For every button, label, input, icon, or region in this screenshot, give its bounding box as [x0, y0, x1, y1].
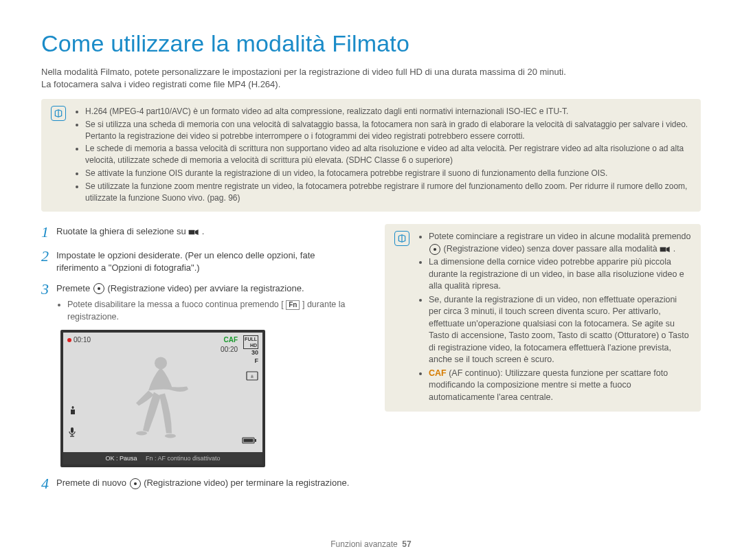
battery-icon	[242, 436, 257, 448]
note2-list: Potete cominciare a registrare un video …	[416, 231, 691, 405]
lcd-bottom-bar: OK : Pausa Fn : AF continuo disattivato	[63, 452, 262, 465]
note1-item: Se utilizzate la funzione zoom mentre re…	[85, 181, 691, 204]
note1-item: Se attivate la funzione OIS durante la r…	[85, 168, 691, 179]
lcd-screenshot: 00:10 CAF 00:20 FULLHD 30F	[60, 330, 265, 467]
fullhd-icon: FULLHD	[243, 335, 258, 349]
record-button-icon	[429, 244, 440, 255]
step-1-text: Ruotate la ghiera di selezione su .	[56, 224, 357, 240]
lcd-time-remain: 00:20	[221, 345, 238, 355]
intro-block: Nella modalità Filmato, potete personali…	[41, 66, 701, 91]
note1-list: H.264 (MPEG-4 part10/AVC) è un formato v…	[73, 106, 691, 205]
svg-rect-9	[255, 439, 256, 442]
fps-icon: 30F	[243, 349, 258, 365]
tips-column: Potete cominciare a registrare un video …	[385, 224, 701, 499]
stabilizer-icon	[67, 405, 78, 420]
note2-item: CAF (AF continuo): Utilizzare questa fun…	[429, 368, 691, 404]
note-box-2: Potete cominciare a registrare un video …	[385, 224, 701, 412]
svg-rect-2	[71, 427, 74, 433]
lcd-caf-indicator: CAF	[221, 335, 238, 345]
videocamera-icon	[660, 245, 671, 254]
videocamera-icon	[188, 227, 199, 237]
exposure-icon: ±	[246, 371, 258, 384]
step-number: 4	[41, 475, 56, 492]
step-4-text: Premete di nuovo (Registrazione video) p…	[56, 475, 357, 492]
lcd-right-icons: FULLHD 30F	[243, 335, 258, 366]
note1-item: Se si utilizza una scheda di memoria con…	[85, 119, 691, 142]
note2-item: La dimensione della cornice video potreb…	[429, 256, 691, 293]
svg-point-12	[165, 434, 176, 438]
page-footer: Funzioni avanzate 57	[0, 539, 742, 550]
note-icon	[394, 231, 409, 246]
svg-marker-1	[195, 229, 199, 235]
lcd-time-elapsed: 00:10	[67, 335, 91, 345]
page-title: Come utilizzare la modalità Filmato	[41, 27, 701, 60]
intro-line-1: Nella modalità Filmato, potete personali…	[41, 66, 701, 78]
svg-text:±: ±	[251, 373, 254, 379]
caf-label: CAF	[429, 368, 447, 378]
svg-rect-13	[660, 247, 666, 251]
note1-item: H.264 (MPEG-4 part10/AVC) è un formato v…	[85, 106, 691, 117]
note2-item: Se, durante la registrazione di un video…	[429, 294, 691, 366]
intro-line-2: La fotocamera salva i video registrati c…	[41, 78, 701, 91]
note1-item: Le schede di memoria a bassa velocità di…	[85, 143, 691, 166]
step-3-sub: Potete disabilitare la messa a fuoco con…	[67, 299, 357, 323]
step-number: 2	[41, 248, 56, 274]
note-icon	[51, 106, 66, 121]
note2-item: Potete cominciare a registrare un video …	[429, 231, 691, 255]
svg-rect-0	[189, 230, 195, 235]
dancer-silhouette	[132, 352, 194, 445]
record-button-icon	[130, 478, 141, 489]
step-number: 3	[41, 281, 56, 323]
svg-point-11	[136, 432, 147, 436]
step-number: 1	[41, 224, 56, 240]
step-3-text: Premete (Registrazione video) per avviar…	[56, 281, 357, 323]
steps-column: 1 Ruotate la ghiera di selezione su . 2 …	[41, 224, 357, 499]
svg-rect-8	[244, 439, 254, 443]
note-box-1: H.264 (MPEG-4 part10/AVC) è un formato v…	[41, 99, 701, 212]
svg-marker-14	[666, 247, 670, 252]
record-button-icon	[93, 283, 104, 294]
mic-icon	[67, 427, 78, 442]
fn-key-icon: Fn	[286, 300, 300, 310]
step-2-text: Impostate le opzioni desiderate. (Per un…	[56, 248, 357, 274]
